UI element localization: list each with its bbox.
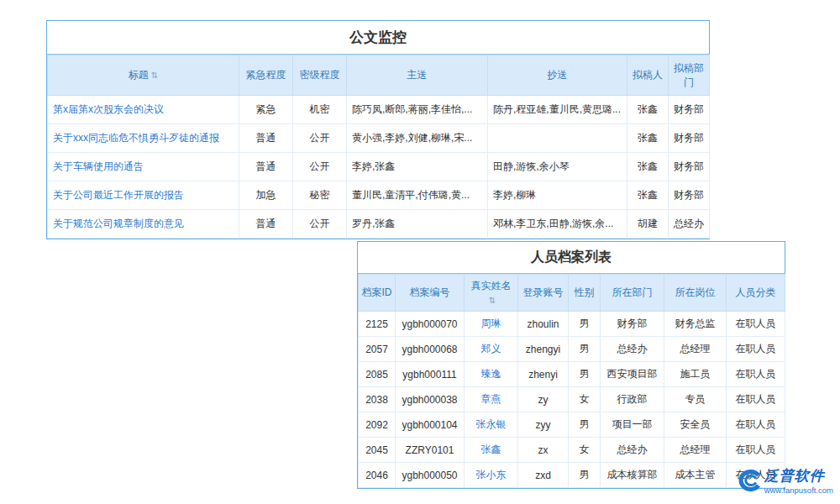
cell-title: 关于公司最近工作开展的报告 — [48, 181, 239, 210]
person-name-link[interactable]: 张小东 — [476, 469, 507, 480]
cell-urgency: 紧急 — [239, 96, 293, 124]
cell-title: 关于xxx同志临危不惧勇斗歹徒的通报 — [48, 124, 239, 153]
cell-dept: 项目一部 — [601, 412, 664, 438]
person-col-gender[interactable]: 性别 — [569, 275, 601, 312]
cell-draftdept: 财务部 — [669, 96, 710, 124]
person-name-link[interactable]: 章燕 — [481, 393, 501, 405]
cell-drafter: 张鑫 — [627, 124, 669, 153]
cell-post: 成本主管 — [664, 463, 727, 488]
cell-account: zxd — [518, 463, 569, 488]
person-col-name[interactable]: 真实姓名⇅ — [465, 275, 518, 312]
cell-dept: 财务部 — [601, 312, 664, 337]
person-col-id[interactable]: 档案ID — [359, 275, 396, 312]
cell-category: 在职人员 — [727, 412, 785, 438]
cell-drafter: 胡建 — [627, 210, 669, 239]
table-row: 关于车辆使用的通告 普通 公开 李婷,张鑫 田静,游恢,余小琴 张鑫 财务部 — [48, 153, 710, 181]
table-row: 关于规范公司规章制度的意见 普通 公开 罗丹,张鑫 邓林,李卫东,田静,游恢,余… — [48, 210, 710, 239]
cell-account: zhoulin — [518, 312, 569, 337]
cell-post: 总经理 — [664, 337, 727, 362]
doc-title-link[interactable]: 关于规范公司规章制度的意见 — [53, 218, 184, 229]
table-row: 2046 ygbh000050 张小东 zxd 男 成本核算部 成本主管 在职人… — [359, 463, 785, 488]
cell-name: 郑义 — [465, 337, 518, 362]
cell-name: 张永银 — [465, 412, 518, 438]
doc-monitor-panel: 公文监控 标题⇅ 紧急程度 密级程度 主送 抄送 拟稿人 拟稿部门 第x届第x次… — [46, 20, 710, 239]
cell-category: 在职人员 — [727, 438, 785, 463]
cell-account: zx — [518, 438, 569, 463]
doc-col-drafter[interactable]: 拟稿人 — [627, 55, 669, 96]
table-row: 2057 ygbh000068 郑义 zhengyi 男 总经办 总经理 在职人… — [359, 337, 785, 362]
cell-dept: 行政部 — [601, 387, 664, 412]
cell-cc: 陈丹,程亚雄,董川民,黄思璐... — [488, 96, 627, 124]
cell-gender: 男 — [569, 337, 601, 362]
table-row: 关于xxx同志临危不惧勇斗歹徒的通报 普通 公开 黄小强,李婷,刘健,柳琳,宋.… — [48, 124, 710, 153]
cell-id: 2092 — [359, 412, 396, 438]
sort-icon[interactable]: ⇅ — [151, 71, 158, 80]
doc-col-title-label: 标题 — [129, 69, 149, 81]
cell-secrecy: 机密 — [293, 96, 347, 124]
cell-gender: 男 — [569, 312, 601, 337]
cell-account: zy — [518, 387, 569, 412]
cell-secrecy: 公开 — [293, 153, 347, 181]
cell-secrecy: 公开 — [293, 124, 347, 153]
personnel-title: 人员档案列表 — [358, 242, 785, 274]
cell-dept: 总经办 — [601, 337, 664, 362]
cell-number: ygbh000070 — [396, 312, 465, 337]
person-col-name-label: 真实姓名 — [471, 280, 512, 291]
cell-drafter: 张鑫 — [627, 153, 669, 181]
cell-post: 施工员 — [664, 362, 727, 387]
person-name-link[interactable]: 臻逸 — [481, 368, 501, 380]
cell-name: 张小东 — [465, 463, 518, 488]
cell-draftdept: 财务部 — [669, 124, 710, 153]
doc-title-link[interactable]: 关于公司最近工作开展的报告 — [53, 189, 184, 201]
person-col-account[interactable]: 登录账号 — [518, 275, 569, 312]
brand-name: 泛普软件 — [764, 469, 825, 485]
cell-mainsend: 陈巧凤,断郎,蒋丽,李佳怡,... — [347, 96, 488, 124]
cell-title: 关于规范公司规章制度的意见 — [48, 210, 239, 239]
cell-mainsend: 董川民,童清平,付伟璐,黄... — [347, 181, 488, 210]
brand-site: www.fanpusoft.com — [764, 486, 833, 495]
cell-cc: 邓林,李卫东,田静,游恢,余... — [488, 210, 627, 239]
cell-id: 2057 — [359, 337, 396, 362]
cell-mainsend: 罗丹,张鑫 — [347, 210, 488, 239]
person-name-link[interactable]: 周琳 — [481, 318, 501, 329]
doc-col-secrecy[interactable]: 密级程度 — [293, 55, 347, 96]
cell-draftdept: 财务部 — [669, 153, 710, 181]
doc-col-title[interactable]: 标题⇅ — [48, 55, 239, 96]
personnel-panel: 人员档案列表 档案ID 档案编号 真实姓名⇅ 登录账号 性别 所在部门 所在岗位… — [357, 241, 785, 489]
person-col-post[interactable]: 所在岗位 — [664, 275, 727, 312]
doc-col-urgency[interactable]: 紧急程度 — [239, 55, 293, 96]
cell-post: 总经理 — [664, 438, 727, 463]
person-name-link[interactable]: 张鑫 — [481, 444, 501, 455]
doc-col-mainsend[interactable]: 主送 — [347, 55, 488, 96]
cell-name: 章燕 — [465, 387, 518, 412]
sort-icon[interactable]: ⇅ — [489, 296, 496, 305]
person-col-number[interactable]: 档案编号 — [396, 275, 465, 312]
person-col-category[interactable]: 人员分类 — [727, 275, 785, 312]
cell-cc: 田静,游恢,余小琴 — [488, 153, 627, 181]
cell-category: 在职人员 — [727, 312, 785, 337]
cell-drafter: 张鑫 — [627, 96, 669, 124]
cell-account: zhengyi — [518, 337, 569, 362]
doc-header-row: 标题⇅ 紧急程度 密级程度 主送 抄送 拟稿人 拟稿部门 — [48, 55, 710, 96]
cell-number: ygbh000104 — [396, 412, 465, 438]
cell-category: 在职人员 — [727, 337, 785, 362]
cell-urgency: 普通 — [239, 153, 293, 181]
cell-number: ygbh000050 — [396, 463, 465, 488]
doc-title-link[interactable]: 第x届第x次股东会的决议 — [53, 103, 164, 115]
cell-number: ygbh000068 — [396, 337, 465, 362]
cell-gender: 女 — [569, 387, 601, 412]
personnel-table: 档案ID 档案编号 真实姓名⇅ 登录账号 性别 所在部门 所在岗位 人员分类 2… — [358, 274, 785, 488]
cell-dept: 成本核算部 — [601, 463, 664, 488]
cell-draftdept: 财务部 — [669, 181, 710, 210]
cell-drafter: 张鑫 — [627, 181, 669, 210]
doc-col-cc[interactable]: 抄送 — [488, 55, 627, 96]
doc-title-link[interactable]: 关于xxx同志临危不惧勇斗歹徒的通报 — [53, 132, 219, 144]
person-name-link[interactable]: 郑义 — [481, 343, 501, 354]
person-col-dept[interactable]: 所在部门 — [601, 275, 664, 312]
doc-col-draftdept[interactable]: 拟稿部门 — [669, 55, 710, 96]
cell-urgency: 普通 — [239, 124, 293, 153]
person-name-link[interactable]: 张永银 — [476, 418, 507, 430]
doc-title-link[interactable]: 关于车辆使用的通告 — [53, 160, 144, 172]
table-row: 2038 ygbh000038 章燕 zy 女 行政部 专员 在职人员 — [359, 387, 785, 412]
cell-mainsend: 李婷,张鑫 — [347, 153, 488, 181]
